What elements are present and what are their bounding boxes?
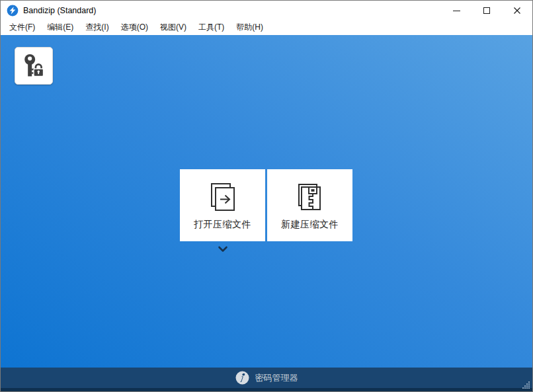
info-icon [235,371,249,385]
password-manager-label: 密码管理器 [255,372,298,384]
title-bar: Bandizip (Standard) [1,1,532,20]
menu-tools[interactable]: 工具(T) [192,20,230,36]
bandizip-app-icon [7,5,19,17]
open-archive-button[interactable]: 打开压缩文件 [180,169,265,241]
menu-file[interactable]: 文件(F) [3,20,41,36]
password-manager-status-button[interactable]: 密码管理器 [235,371,298,385]
maximize-icon [483,7,490,14]
close-button[interactable] [502,1,532,20]
bandizip-window: Bandizip (Standard) 文件(F) 编辑(E) 查找(I) 选项… [0,0,533,392]
close-icon [513,7,521,15]
bottom-strip [1,388,532,392]
open-archive-label: 打开压缩文件 [194,219,251,231]
maximize-button[interactable] [472,1,502,20]
new-archive-button[interactable]: 新建压缩文件 [267,169,352,241]
chevron-down-icon [218,246,228,253]
status-bar: 密码管理器 [1,368,532,388]
new-archive-icon [294,179,326,214]
minimize-button[interactable] [441,1,472,20]
open-archive-icon [207,179,239,214]
password-manager-tool-button[interactable] [15,47,53,85]
recent-list-expander[interactable] [214,244,232,255]
window-title: Bandizip (Standard) [23,6,96,15]
menu-bar: 文件(F) 编辑(E) 查找(I) 选项(O) 视图(V) 工具(T) 帮助(H… [1,20,532,35]
resize-grip[interactable] [521,380,530,389]
menu-view[interactable]: 视图(V) [154,20,192,36]
menu-edit[interactable]: 编辑(E) [41,20,79,36]
central-actions: 打开压缩文件 新建压缩文件 [180,169,352,241]
menu-help[interactable]: 帮助(H) [230,20,269,36]
key-lock-icon [20,52,47,80]
menu-options[interactable]: 选项(O) [115,20,154,36]
new-archive-label: 新建压缩文件 [281,219,339,231]
workspace: 打开压缩文件 新建压缩文件 [1,35,532,368]
minimize-icon [453,11,460,11]
menu-find[interactable]: 查找(I) [79,20,114,36]
